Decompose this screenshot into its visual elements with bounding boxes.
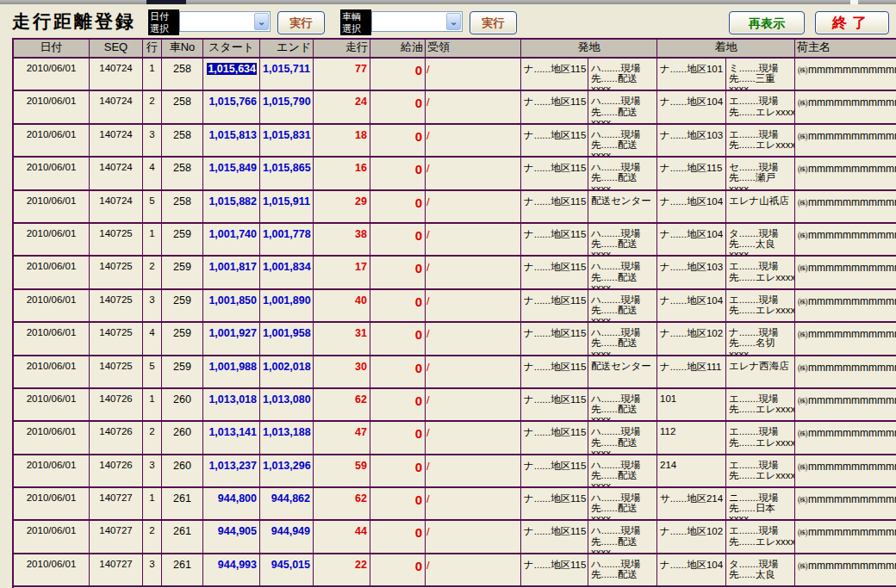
- vehicle-select-combobox[interactable]: ⌄: [371, 11, 463, 32]
- cell-date[interactable]: 2010/06/01: [14, 356, 90, 387]
- cell-shipper[interactable]: ㈱mmmmmmmmmmmmmm: [795, 224, 896, 255]
- cell-dest-area[interactable]: ナ......地区104: [657, 91, 726, 122]
- cell-date[interactable]: 2010/06/01: [14, 158, 90, 189]
- cell-dest-area[interactable]: ナ......地区104: [657, 290, 726, 321]
- cell-origin-area[interactable]: ナ......地区115: [521, 389, 588, 420]
- cell-date[interactable]: 2010/06/01: [14, 290, 90, 321]
- chevron-down-icon[interactable]: ⌄: [446, 13, 461, 30]
- cell-shipper[interactable]: ㈱mmmmmmmmmmmmmm: [795, 455, 896, 486]
- cell-seq[interactable]: 140726: [90, 389, 143, 420]
- cell-origin-area[interactable]: ナ......地区115: [521, 257, 588, 288]
- cell-date[interactable]: 2010/06/01: [14, 455, 90, 486]
- cell-run[interactable]: 29: [314, 191, 370, 222]
- cell-origin-area[interactable]: ナ......地区115: [521, 59, 588, 90]
- cell-line[interactable]: 2: [143, 257, 162, 288]
- cell-end[interactable]: 1,015,790: [260, 91, 314, 122]
- cell-line[interactable]: 1: [143, 224, 162, 255]
- cell-shipper[interactable]: ㈱mmmmmmmmmmmmmm: [795, 323, 896, 354]
- cell-start[interactable]: 1,001,740: [203, 224, 260, 255]
- cell-line[interactable]: 2: [143, 91, 162, 122]
- cell-run[interactable]: 38: [314, 224, 370, 255]
- cell-start[interactable]: 944,800: [203, 488, 260, 519]
- cell-dest-area[interactable]: ナ......地区103: [657, 257, 726, 288]
- cell-origin-site[interactable]: ハ.......現場先......配送xxxx: [588, 125, 657, 156]
- cell-car-no[interactable]: 259: [162, 356, 203, 387]
- cell-fuel[interactable]: 0: [370, 554, 426, 585]
- cell-start[interactable]: 1,013,018: [203, 389, 260, 420]
- date-select-combobox[interactable]: ⌄: [179, 11, 271, 32]
- cell-receipt[interactable]: /: [426, 125, 521, 156]
- cell-shipper[interactable]: ㈱mmmmmmmmmmmmmm: [795, 59, 896, 90]
- cell-origin-site[interactable]: ハ.......現場先......配送xxxx: [588, 422, 657, 453]
- cell-origin-area[interactable]: ナ......地区115: [521, 125, 588, 156]
- cell-end[interactable]: 1,001,834: [260, 257, 314, 288]
- cell-date[interactable]: 2010/06/01: [14, 389, 90, 420]
- cell-dest-site[interactable]: エ.......現場先......エレxxxx: [726, 389, 795, 420]
- cell-date[interactable]: 2010/06/01: [14, 521, 90, 552]
- cell-seq[interactable]: 140724: [90, 91, 143, 122]
- cell-origin-site[interactable]: ハ.......現場先......配送xxxx: [588, 323, 657, 354]
- cell-run[interactable]: 62: [314, 389, 370, 420]
- cell-date[interactable]: 2010/06/01: [14, 191, 90, 222]
- cell-line[interactable]: 3: [143, 554, 162, 585]
- cell-receipt[interactable]: /: [426, 356, 521, 387]
- cell-end[interactable]: 944,949: [260, 521, 314, 552]
- cell-origin-area[interactable]: ナ......地区115: [521, 224, 588, 255]
- cell-shipper[interactable]: ㈱mmmmmmmmmmmmmm: [795, 158, 896, 189]
- cell-seq[interactable]: 140727: [90, 521, 143, 552]
- cell-fuel[interactable]: 0: [370, 356, 426, 387]
- cell-fuel[interactable]: 0: [370, 455, 426, 486]
- cell-origin-area[interactable]: ナ......地区115: [521, 91, 588, 122]
- cell-end[interactable]: 1,015,831: [260, 125, 314, 156]
- cell-dest-area[interactable]: 101: [657, 389, 726, 420]
- cell-start[interactable]: 1,001,927: [203, 323, 260, 354]
- cell-shipper[interactable]: ㈱mmmmmmmmmmmmmm: [795, 389, 896, 420]
- cell-dest-area[interactable]: ナ......地区104: [657, 191, 726, 222]
- cell-seq[interactable]: 140724: [90, 191, 143, 222]
- cell-shipper[interactable]: ㈱mmmmmmmmmmmmmm: [795, 488, 896, 519]
- cell-seq[interactable]: 140724: [90, 59, 143, 90]
- cell-dest-site[interactable]: ナ.......現場先......名切xxxx: [726, 323, 795, 354]
- cell-date[interactable]: 2010/06/01: [14, 91, 90, 122]
- cell-receipt[interactable]: /: [426, 323, 521, 354]
- cell-shipper[interactable]: ㈱mmmmmmmmmmmmmm: [795, 91, 896, 122]
- cell-line[interactable]: 1: [143, 488, 162, 519]
- cell-origin-area[interactable]: ナ......地区115: [521, 455, 588, 486]
- cell-line[interactable]: 3: [143, 455, 162, 486]
- cell-receipt[interactable]: /: [426, 191, 521, 222]
- cell-fuel[interactable]: 0: [370, 91, 426, 122]
- cell-shipper[interactable]: ㈱mmmmmmmmmmmmmm: [795, 257, 896, 288]
- cell-receipt[interactable]: /: [426, 257, 521, 288]
- cell-start[interactable]: 1,001,988: [203, 356, 260, 387]
- cell-fuel[interactable]: 0: [370, 125, 426, 156]
- cell-end[interactable]: 1,013,188: [260, 422, 314, 453]
- cell-end[interactable]: 1,015,711: [260, 59, 314, 90]
- cell-shipper[interactable]: ㈱mmmmmmmmmmmmmm: [795, 422, 896, 453]
- cell-dest-area[interactable]: ナ......地区104: [657, 224, 726, 255]
- cell-date[interactable]: 2010/06/01: [14, 224, 90, 255]
- cell-seq[interactable]: 140725: [90, 356, 143, 387]
- cell-fuel[interactable]: 0: [370, 257, 426, 288]
- cell-dest-area[interactable]: ナ......地区111: [657, 356, 726, 387]
- cell-origin-site[interactable]: 配送センター: [588, 191, 657, 222]
- cell-dest-site[interactable]: エ.......現場先......エレxxxx: [726, 455, 795, 486]
- cell-seq[interactable]: 140725: [90, 224, 143, 255]
- cell-fuel[interactable]: 0: [370, 191, 426, 222]
- cell-car-no[interactable]: 258: [162, 191, 203, 222]
- cell-car-no[interactable]: 261: [162, 521, 203, 552]
- cell-line[interactable]: 1: [143, 59, 162, 90]
- cell-dest-area[interactable]: ナ......地区101: [657, 59, 726, 90]
- cell-date[interactable]: 2010/06/01: [14, 488, 90, 519]
- cell-origin-area[interactable]: ナ......地区115: [521, 422, 588, 453]
- cell-origin-area[interactable]: ナ......地区115: [521, 191, 588, 222]
- cell-fuel[interactable]: 0: [370, 521, 426, 552]
- cell-dest-site[interactable]: ニ.......現場先......日本xxxx: [726, 488, 795, 519]
- cell-dest-site[interactable]: エ.......現場先......エレxxxx: [726, 257, 795, 288]
- cell-run[interactable]: 47: [314, 422, 370, 453]
- cell-fuel[interactable]: 0: [370, 323, 426, 354]
- cell-receipt[interactable]: /: [426, 224, 521, 255]
- cell-origin-area[interactable]: ナ......地区115: [521, 488, 588, 519]
- cell-seq[interactable]: 140725: [90, 290, 143, 321]
- cell-end[interactable]: 1,015,911: [260, 191, 314, 222]
- cell-seq[interactable]: 140725: [90, 323, 143, 354]
